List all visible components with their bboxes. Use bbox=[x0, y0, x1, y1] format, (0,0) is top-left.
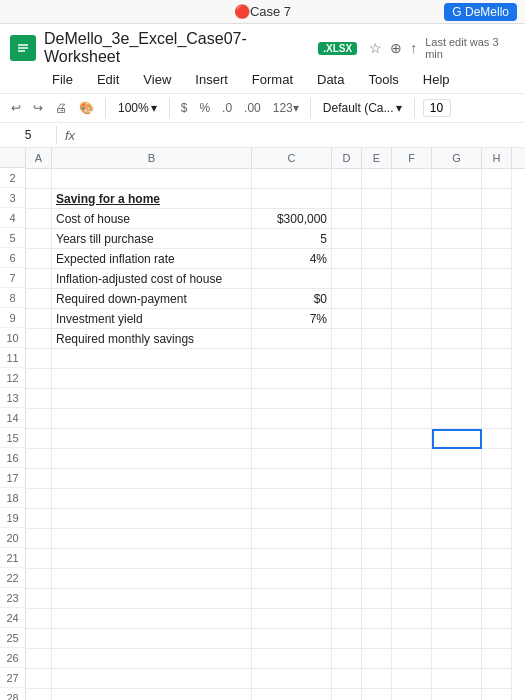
cell-e26[interactable] bbox=[362, 649, 392, 669]
cell-g7[interactable] bbox=[432, 269, 482, 289]
cell-d23[interactable] bbox=[332, 589, 362, 609]
cell-d14[interactable] bbox=[332, 409, 362, 429]
cell-b24[interactable] bbox=[52, 609, 252, 629]
cell-f11[interactable] bbox=[392, 349, 432, 369]
cell-h11[interactable] bbox=[482, 349, 512, 369]
cell-e3[interactable] bbox=[362, 189, 392, 209]
cell-d28[interactable] bbox=[332, 689, 362, 700]
font-family-dropdown[interactable]: Default (Ca... ▾ bbox=[319, 99, 406, 117]
cell-h12[interactable] bbox=[482, 369, 512, 389]
col-header-g[interactable]: G bbox=[432, 148, 482, 168]
cell-e8[interactable] bbox=[362, 289, 392, 309]
cell-g26[interactable] bbox=[432, 649, 482, 669]
cell-e11[interactable] bbox=[362, 349, 392, 369]
cell-h6[interactable] bbox=[482, 249, 512, 269]
cell-c26[interactable] bbox=[252, 649, 332, 669]
cell-c17[interactable] bbox=[252, 469, 332, 489]
cell-a6[interactable] bbox=[26, 249, 52, 269]
cell-f25[interactable] bbox=[392, 629, 432, 649]
menu-tools[interactable]: Tools bbox=[364, 70, 402, 89]
cell-a16[interactable] bbox=[26, 449, 52, 469]
col-header-d[interactable]: D bbox=[332, 148, 362, 168]
cell-c23[interactable] bbox=[252, 589, 332, 609]
cell-c12[interactable] bbox=[252, 369, 332, 389]
cell-g19[interactable] bbox=[432, 509, 482, 529]
cell-e4[interactable] bbox=[362, 209, 392, 229]
cell-h27[interactable] bbox=[482, 669, 512, 689]
cell-e7[interactable] bbox=[362, 269, 392, 289]
cell-f24[interactable] bbox=[392, 609, 432, 629]
cell-a14[interactable] bbox=[26, 409, 52, 429]
cell-h2[interactable] bbox=[482, 169, 512, 189]
cell-c4[interactable]: $300,000 bbox=[252, 209, 332, 229]
col-header-h[interactable]: H bbox=[482, 148, 512, 168]
cell-f16[interactable] bbox=[392, 449, 432, 469]
menu-data[interactable]: Data bbox=[313, 70, 348, 89]
cell-f26[interactable] bbox=[392, 649, 432, 669]
cell-b14[interactable] bbox=[52, 409, 252, 429]
share-icon[interactable]: ↑ bbox=[410, 40, 417, 56]
cell-f8[interactable] bbox=[392, 289, 432, 309]
cell-c5[interactable]: 5 bbox=[252, 229, 332, 249]
cell-b18[interactable] bbox=[52, 489, 252, 509]
cell-h8[interactable] bbox=[482, 289, 512, 309]
paint-format-button[interactable]: 🎨 bbox=[76, 99, 97, 117]
cell-h3[interactable] bbox=[482, 189, 512, 209]
menu-view[interactable]: View bbox=[139, 70, 175, 89]
cell-f27[interactable] bbox=[392, 669, 432, 689]
cell-f13[interactable] bbox=[392, 389, 432, 409]
cell-f3[interactable] bbox=[392, 189, 432, 209]
cell-d9[interactable] bbox=[332, 309, 362, 329]
cell-g23[interactable] bbox=[432, 589, 482, 609]
cell-c15[interactable] bbox=[252, 429, 332, 449]
cell-a4[interactable] bbox=[26, 209, 52, 229]
cell-b17[interactable] bbox=[52, 469, 252, 489]
cell-g12[interactable] bbox=[432, 369, 482, 389]
cell-d15[interactable] bbox=[332, 429, 362, 449]
cell-h5[interactable] bbox=[482, 229, 512, 249]
cell-g21[interactable] bbox=[432, 549, 482, 569]
cell-a8[interactable] bbox=[26, 289, 52, 309]
cell-f15[interactable] bbox=[392, 429, 432, 449]
cell-d8[interactable] bbox=[332, 289, 362, 309]
cell-d19[interactable] bbox=[332, 509, 362, 529]
cell-e19[interactable] bbox=[362, 509, 392, 529]
cell-a27[interactable] bbox=[26, 669, 52, 689]
cell-e16[interactable] bbox=[362, 449, 392, 469]
cell-a19[interactable] bbox=[26, 509, 52, 529]
cell-g10[interactable] bbox=[432, 329, 482, 349]
cell-h15[interactable] bbox=[482, 429, 512, 449]
cell-d4[interactable] bbox=[332, 209, 362, 229]
cell-c13[interactable] bbox=[252, 389, 332, 409]
menu-insert[interactable]: Insert bbox=[191, 70, 232, 89]
cell-f19[interactable] bbox=[392, 509, 432, 529]
cell-h7[interactable] bbox=[482, 269, 512, 289]
cell-c19[interactable] bbox=[252, 509, 332, 529]
cell-d17[interactable] bbox=[332, 469, 362, 489]
cell-g27[interactable] bbox=[432, 669, 482, 689]
cell-a9[interactable] bbox=[26, 309, 52, 329]
cell-a18[interactable] bbox=[26, 489, 52, 509]
cell-f2[interactable] bbox=[392, 169, 432, 189]
cell-c16[interactable] bbox=[252, 449, 332, 469]
cell-b9[interactable]: Investment yield bbox=[52, 309, 252, 329]
cell-c6[interactable]: 4% bbox=[252, 249, 332, 269]
cell-c8[interactable]: $0 bbox=[252, 289, 332, 309]
percent-button[interactable]: % bbox=[196, 99, 213, 117]
cell-e6[interactable] bbox=[362, 249, 392, 269]
cell-b22[interactable] bbox=[52, 569, 252, 589]
currency-button[interactable]: $ bbox=[178, 99, 191, 117]
cell-c22[interactable] bbox=[252, 569, 332, 589]
cell-g25[interactable] bbox=[432, 629, 482, 649]
cell-c28[interactable] bbox=[252, 689, 332, 700]
cell-g4[interactable] bbox=[432, 209, 482, 229]
cell-a28[interactable] bbox=[26, 689, 52, 700]
cell-g16[interactable] bbox=[432, 449, 482, 469]
cell-e12[interactable] bbox=[362, 369, 392, 389]
cell-c20[interactable] bbox=[252, 529, 332, 549]
print-button[interactable]: 🖨 bbox=[52, 99, 70, 117]
cell-h25[interactable] bbox=[482, 629, 512, 649]
cell-c2[interactable] bbox=[252, 169, 332, 189]
cell-h18[interactable] bbox=[482, 489, 512, 509]
account-button[interactable]: G DeMello bbox=[444, 3, 517, 21]
